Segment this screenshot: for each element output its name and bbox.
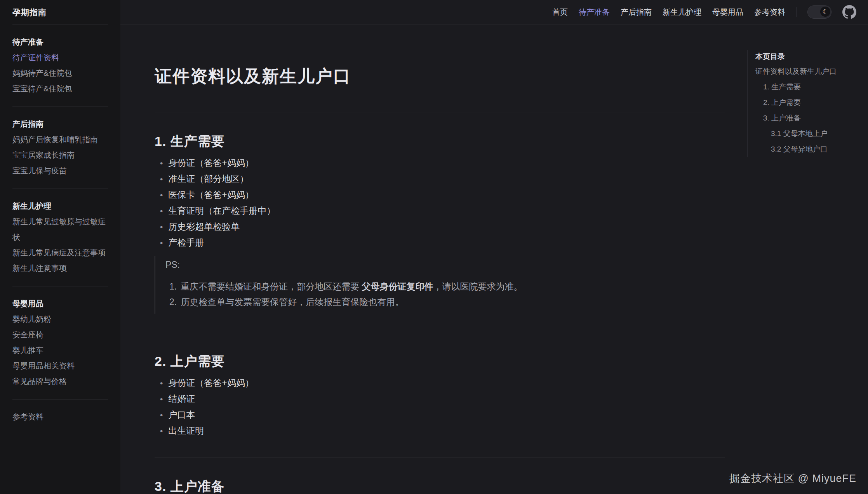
sidebar-item-baby-growth[interactable]: 宝宝居家成长指南 (12, 147, 108, 163)
heading-birth-needs: 1. 生产需要 (155, 112, 725, 149)
sidebar-item-mom-recovery[interactable]: 妈妈产后恢复和哺乳指南 (12, 132, 108, 147)
nav-link-newborn-care[interactable]: 新生儿护理 (663, 7, 701, 17)
sidebar-group-prenatal: 待产准备 待产证件资料 妈妈待产&住院包 宝宝待产&住院包 (12, 25, 108, 106)
heading-registration-needs: 2. 上户需要 (155, 332, 725, 369)
toc-title: 本页目录 (755, 50, 853, 64)
github-icon[interactable] (842, 5, 856, 19)
site-title: 孕期指南 (12, 0, 108, 25)
sidebar-item-references[interactable]: 参考资料 (12, 409, 108, 424)
nav-link-prenatal[interactable]: 待产准备 (579, 7, 610, 17)
sidebar-group-title: 新生儿护理 (12, 198, 108, 214)
sidebar-item-illness[interactable]: 新生儿常见病症及注意事项 (12, 245, 108, 260)
sidebar-item-baby-vaccine[interactable]: 宝宝儿保与疫苗 (12, 163, 108, 178)
list-item: 出生证明 (160, 423, 725, 439)
ps-item-1: 1.重庆不需要结婚证和身份证，部分地区还需要 父母身份证复印件，请以医院要求为准… (169, 279, 725, 294)
ps-item-2: 2.历史检查单与发票需要保管好，后续报生育保险也有用。 (169, 294, 725, 310)
toc: 本页目录 证件资料以及新生儿户口 1. 生产需要 2. 上户需要 3. 上户准备… (747, 50, 853, 157)
sidebar-item-product-refs[interactable]: 母婴用品相关资料 (12, 358, 108, 374)
theme-toggle[interactable]: ☾ (807, 5, 831, 19)
sidebar-group-postpartum: 产后指南 妈妈产后恢复和哺乳指南 宝宝居家成长指南 宝宝儿保与疫苗 (12, 106, 108, 189)
list-item: 历史彩超单检验单 (160, 219, 725, 235)
sidebar-group-products: 母婴用品 婴幼儿奶粉 安全座椅 婴儿推车 母婴用品相关资料 常见品牌与价格 (12, 286, 108, 399)
sidebar-item-allergy[interactable]: 新生儿常见过敏原与过敏症状 (12, 214, 108, 245)
sidebar-item-mom-hospital-bag[interactable]: 妈妈待产&住院包 (12, 65, 108, 81)
sidebar-group-title: 母婴用品 (12, 296, 108, 311)
list-item: 结婚证 (160, 391, 725, 407)
watermark: 掘金技术社区 @ MiyueFE (729, 471, 856, 485)
list-item: 产检手册 (160, 235, 725, 251)
registration-needs-list: 身份证（爸爸+妈妈） 结婚证 户口本 出生证明 (155, 375, 725, 439)
main-area: 首页 待产准备 产后指南 新生儿护理 母婴用品 参考资料 ☾ 证件资料以及新生儿… (120, 0, 868, 494)
sidebar-item-formula[interactable]: 婴幼儿奶粉 (12, 311, 108, 327)
toc-link-page[interactable]: 证件资料以及新生儿户口 (755, 64, 853, 79)
ps-blockquote: PS: 1.重庆不需要结婚证和身份证，部分地区还需要 父母身份证复印件，请以医院… (155, 256, 725, 314)
nav-link-home[interactable]: 首页 (552, 7, 568, 17)
nav-link-products[interactable]: 母婴用品 (712, 7, 743, 17)
document: 证件资料以及新生儿户口 1. 生产需要 身份证（爸爸+妈妈） 准生证（部分地区）… (155, 24, 725, 494)
list-item: 身份证（爸爸+妈妈） (160, 155, 725, 171)
birth-needs-list: 身份证（爸爸+妈妈） 准生证（部分地区） 医保卡（爸爸+妈妈） 生育证明（在产检… (155, 155, 725, 251)
list-item: 生育证明（在产检手册中） (160, 203, 725, 219)
ps-ordered-list: 1.重庆不需要结婚证和身份证，部分地区还需要 父母身份证复印件，请以医院要求为准… (165, 279, 725, 310)
list-item: 身份证（爸爸+妈妈） (160, 375, 725, 391)
ps-label: PS: (165, 258, 725, 272)
list-item: 医保卡（爸爸+妈妈） (160, 187, 725, 203)
sidebar-group-title: 待产准备 (12, 34, 108, 50)
top-navbar: 首页 待产准备 产后指南 新生儿护理 母婴用品 参考资料 ☾ (120, 0, 868, 24)
toc-link-section-3[interactable]: 3. 上户准备 (755, 110, 853, 126)
sidebar-group-newborn-care: 新生儿护理 新生儿常见过敏原与过敏症状 新生儿常见病症及注意事项 新生儿注意事项 (12, 189, 108, 286)
sidebar: 孕期指南 待产准备 待产证件资料 妈妈待产&住院包 宝宝待产&住院包 产后指南 … (0, 0, 120, 494)
sidebar-item-documents[interactable]: 待产证件资料 (12, 50, 108, 65)
sidebar-group-title: 产后指南 (12, 116, 108, 132)
toc-link-section-2[interactable]: 2. 上户需要 (755, 95, 853, 110)
sidebar-group-references: 参考资料 (12, 399, 108, 435)
page-title: 证件资料以及新生儿户口 (155, 66, 725, 86)
app-root: 孕期指南 待产准备 待产证件资料 妈妈待产&住院包 宝宝待产&住院包 产后指南 … (0, 0, 868, 494)
sidebar-item-notes[interactable]: 新生儿注意事项 (12, 260, 108, 276)
sidebar-item-stroller[interactable]: 婴儿推车 (12, 342, 108, 358)
nav-link-postpartum[interactable]: 产后指南 (621, 7, 652, 17)
heading-registration-prep: 3. 上户准备 (155, 457, 725, 494)
sidebar-item-baby-hospital-bag[interactable]: 宝宝待产&住院包 (12, 81, 108, 96)
toc-link-section-3-2[interactable]: 3.2 父母异地户口 (755, 141, 853, 157)
nav-link-references[interactable]: 参考资料 (754, 7, 785, 17)
list-item: 户口本 (160, 407, 725, 423)
moon-icon: ☾ (820, 7, 830, 17)
list-item: 准生证（部分地区） (160, 171, 725, 187)
nav-divider (796, 7, 797, 17)
toc-link-section-1[interactable]: 1. 生产需要 (755, 79, 853, 95)
ps-bold-text: 父母身份证复印件 (362, 281, 433, 292)
sidebar-item-car-seat[interactable]: 安全座椅 (12, 327, 108, 342)
toc-link-section-3-1[interactable]: 3.1 父母本地上户 (755, 126, 853, 141)
sidebar-item-brands-prices[interactable]: 常见品牌与价格 (12, 374, 108, 389)
